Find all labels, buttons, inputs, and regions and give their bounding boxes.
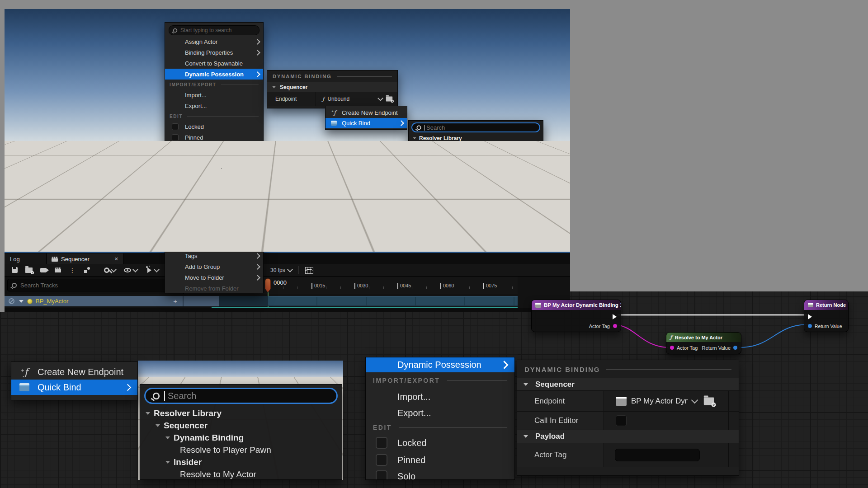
menu-item-quick-bind[interactable]: Quick Bind <box>326 118 407 128</box>
menu-item-export[interactable]: Export... <box>366 405 514 421</box>
endpoint-dropdown[interactable]: ƒ Unbound <box>316 92 397 106</box>
menu-item-pinned[interactable]: Pinned <box>366 452 514 468</box>
menu-item-copy[interactable]: CopyCTRL+C <box>165 175 263 186</box>
more-options-button[interactable]: ⋮ <box>66 265 79 275</box>
menu-item-solo[interactable]: Solo <box>165 143 263 154</box>
menu-item-mute[interactable]: Mute <box>165 154 263 164</box>
tree-item-insider[interactable]: Insider <box>140 456 342 468</box>
menu-item-import[interactable]: Import... <box>366 389 514 405</box>
menu-item-dynamic-possession[interactable]: Dynamic Possession <box>366 357 514 372</box>
actions-button[interactable] <box>80 265 93 275</box>
browse-sequence-button[interactable] <box>23 265 35 275</box>
exec-output-pin[interactable] <box>613 314 617 319</box>
track-clip[interactable] <box>268 296 518 306</box>
tree-item-resolver-library[interactable]: Resolver Library <box>409 134 543 142</box>
endpoint-dropdown[interactable]: BP My Actor Dyna <box>604 391 729 411</box>
pinned-checkbox[interactable] <box>376 454 387 466</box>
return-value-output-pin[interactable] <box>733 346 737 350</box>
tree-item-sequencer[interactable]: Sequencer <box>140 419 342 432</box>
render-movie-button[interactable] <box>52 265 64 275</box>
menu-item-create-new-endpoint[interactable]: +ƒ Create New Endpoint <box>326 108 407 118</box>
menu-item-delete-and-keep-state[interactable]: ✕Delete and Keep State <box>165 219 263 230</box>
folder-search-icon[interactable] <box>704 397 714 405</box>
menu-item-assign-actor[interactable]: Assign Actor <box>165 36 263 47</box>
tab-log[interactable]: Log <box>5 253 46 265</box>
actor-tag-input[interactable] <box>615 449 700 461</box>
view-options-button[interactable] <box>121 265 141 275</box>
menu-item-locked[interactable]: Locked <box>366 434 514 452</box>
ruler-minor-ticks <box>269 286 518 289</box>
tree-item-resolve-to-player-pawn[interactable]: Resolve to Player Pawn <box>140 444 342 456</box>
menu-search-input[interactable]: Start typing to search <box>169 25 259 35</box>
actor-tag-input-pin[interactable] <box>670 346 674 350</box>
frame-rate-dropdown[interactable]: 30 fps <box>270 265 313 275</box>
close-tab-icon[interactable]: ✕ <box>114 256 118 262</box>
mute-checkbox[interactable] <box>172 156 179 163</box>
menu-item-import[interactable]: Import... <box>165 89 263 100</box>
track-timeline-cell[interactable] <box>219 296 518 306</box>
sequencer-group-row[interactable]: Sequencer <box>267 82 397 92</box>
save-button[interactable] <box>8 265 21 275</box>
playhead-time: 0000 <box>274 279 287 286</box>
tree-item-sequencer[interactable]: Sequencer <box>409 142 543 150</box>
search-tracks-input[interactable]: Search Tracks <box>7 279 181 291</box>
menu-item-locked[interactable]: Locked <box>165 121 263 132</box>
tab-sequencer[interactable]: Sequencer ✕ <box>47 253 123 265</box>
menu-item-rename[interactable]: ⌶RenameF2 <box>165 230 263 240</box>
menu-item-export[interactable]: Export... <box>165 100 263 111</box>
tree-item-resolve-to-my-actor[interactable]: Resolve to My Actor <box>140 468 342 480</box>
expand-track-icon[interactable] <box>19 300 24 303</box>
menu-item-pinned[interactable]: Pinned <box>165 132 263 143</box>
collapse-icon[interactable] <box>156 424 160 427</box>
sequencer-group-row[interactable]: Sequencer <box>517 378 739 390</box>
toolbar-separator <box>97 266 97 274</box>
tree-item-dynamic-binding[interactable]: Dynamic Binding <box>409 150 543 159</box>
payload-group-row[interactable]: Payload <box>517 430 739 443</box>
cut-icon <box>172 167 178 173</box>
menu-item-duplicate[interactable]: DuplicateCTRL+D <box>165 197 263 208</box>
collapse-icon[interactable] <box>165 461 170 464</box>
playback-options-button[interactable] <box>142 265 163 275</box>
actor-tag-output-pin[interactable] <box>613 324 617 328</box>
menu-item-move-to-folder[interactable]: Move to Folder <box>165 272 263 283</box>
menu-item-solo[interactable]: Solo <box>366 468 514 480</box>
collapse-icon[interactable] <box>420 145 424 147</box>
menu-item-cut[interactable]: CutCTRL+X <box>165 164 263 175</box>
menu-item-dynamic-possession[interactable]: Dynamic Possession <box>165 69 263 80</box>
solo-checkbox[interactable] <box>376 470 387 480</box>
menu-item-quick-bind[interactable]: Quick Bind <box>11 380 137 395</box>
menu-item-add-to-group[interactable]: Add to Group <box>165 261 263 272</box>
collapse-icon[interactable] <box>165 436 170 439</box>
return-node[interactable]: Return Node Return Value <box>804 300 849 332</box>
quick-bind-search-input[interactable]: Search <box>144 388 338 404</box>
tree-item-resolve-to-player-pawn[interactable]: Resolve to Player Pawn <box>409 159 543 167</box>
collapse-icon[interactable] <box>413 137 416 139</box>
tree-item-resolver-library[interactable]: Resolver Library <box>140 407 342 419</box>
call-in-editor-checkbox[interactable] <box>616 415 627 426</box>
add-section-button[interactable]: + <box>173 297 177 305</box>
menu-item-convert-to-spawnable[interactable]: Convert to Spawnable <box>165 58 263 69</box>
folder-search-icon[interactable] <box>386 97 392 102</box>
camera-button[interactable] <box>37 265 50 275</box>
binding-event-node[interactable]: BP My Actor Dynamic Binding 1 Actor Tag <box>531 300 621 332</box>
locked-checkbox[interactable] <box>376 437 387 449</box>
deactivate-icon[interactable] <box>9 298 14 304</box>
pinned-checkbox[interactable] <box>172 134 179 141</box>
menu-item-tags[interactable]: Tags <box>165 250 263 261</box>
quick-bind-search-input[interactable]: Search <box>411 122 540 132</box>
locked-checkbox[interactable] <box>172 123 179 130</box>
collapse-icon[interactable] <box>428 154 431 155</box>
return-value-input-pin[interactable] <box>808 324 812 328</box>
tree-item-dynamic-binding[interactable]: Dynamic Binding <box>140 432 342 444</box>
solo-checkbox[interactable] <box>172 145 179 152</box>
menu-item-binding-properties[interactable]: Binding Properties <box>165 47 263 58</box>
curve-editor-icon[interactable] <box>305 267 313 274</box>
menu-item-create-new-endpoint[interactable]: +ƒ Create New Endpoint <box>11 365 137 380</box>
track-row[interactable]: BP_MyActor + <box>5 296 518 306</box>
collapse-icon[interactable] <box>146 412 150 415</box>
menu-item-delete[interactable]: ✕Delete <box>165 208 263 219</box>
resolve-function-node[interactable]: ƒ Resolve to My Actor Actor Tag Return V… <box>666 332 741 354</box>
exec-input-pin[interactable] <box>808 314 812 319</box>
track-name-cell[interactable]: BP_MyActor + <box>5 296 183 306</box>
settings-button[interactable] <box>101 265 119 275</box>
